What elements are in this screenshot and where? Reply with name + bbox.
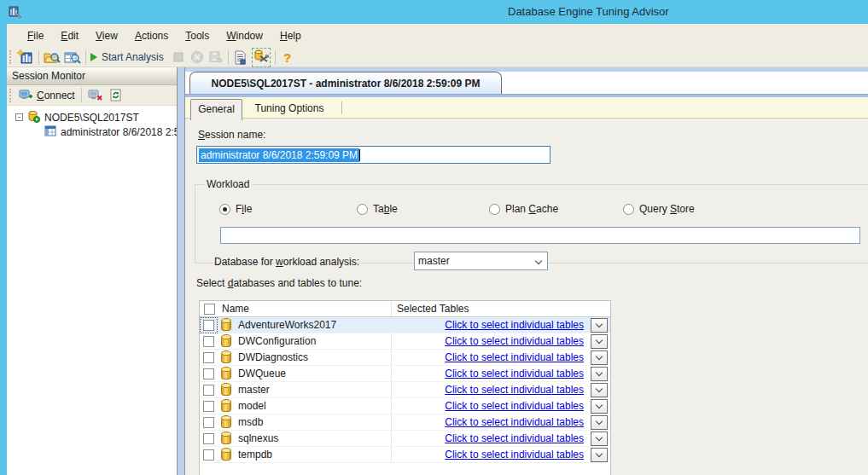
menu-view[interactable]: View bbox=[87, 26, 126, 45]
radio-table[interactable]: Table bbox=[357, 203, 398, 215]
select-tables-link[interactable]: Click to select individual tables bbox=[445, 416, 584, 428]
refresh-button[interactable] bbox=[106, 87, 125, 103]
chevron-down-icon bbox=[596, 385, 603, 392]
row-checkbox[interactable] bbox=[203, 368, 214, 379]
window-title: Database Engine Tuning Advisor bbox=[508, 5, 669, 18]
workload-groupbox: Workload File Table Plan Cache bbox=[195, 178, 868, 264]
toolbar-separator bbox=[275, 50, 276, 65]
row-checkbox[interactable] bbox=[203, 385, 214, 396]
tab-general[interactable]: General bbox=[190, 99, 242, 120]
menu-file[interactable]: File bbox=[19, 26, 52, 45]
title-bar[interactable]: Database Engine Tuning Advisor bbox=[0, 0, 868, 24]
menu-help[interactable]: Help bbox=[271, 26, 310, 45]
tree-node-server[interactable]: - NODE5\SQL2017ST bbox=[7, 110, 177, 125]
tuning-options-button[interactable] bbox=[250, 49, 272, 67]
table-row[interactable]: DWConfiguration Click to select individu… bbox=[200, 333, 610, 350]
cancel-icon bbox=[190, 50, 204, 64]
chevron-down-icon bbox=[596, 402, 603, 408]
new-session-button[interactable] bbox=[15, 49, 36, 67]
menu-actions[interactable]: Actions bbox=[126, 26, 177, 45]
server-name: NODE5\SQL2017ST bbox=[44, 112, 139, 124]
row-checkbox[interactable] bbox=[203, 352, 214, 363]
row-checkbox[interactable] bbox=[203, 401, 214, 412]
table-row[interactable]: AdventureWorks2017 Click to select indiv… bbox=[200, 317, 610, 333]
row-checkbox[interactable] bbox=[203, 417, 214, 428]
tab-tuning-options[interactable]: Tuning Options bbox=[242, 100, 336, 118]
row-checkbox[interactable] bbox=[203, 320, 214, 331]
tables-dropdown-button[interactable] bbox=[591, 399, 608, 414]
database-icon bbox=[221, 384, 231, 396]
menu-window[interactable]: Window bbox=[218, 26, 271, 45]
tab-page: General Tuning Options Session name: adm… bbox=[185, 97, 868, 475]
toolbar-grip[interactable] bbox=[9, 89, 12, 102]
open-workload-file-button[interactable] bbox=[42, 49, 62, 67]
select-all-checkbox[interactable] bbox=[204, 304, 215, 315]
export-session-button[interactable] bbox=[207, 49, 225, 67]
panel-splitter[interactable] bbox=[177, 67, 185, 475]
toolbar-grip[interactable] bbox=[9, 50, 12, 64]
select-tables-link[interactable]: Click to select individual tables bbox=[445, 449, 584, 461]
select-tables-link[interactable]: Click to select individual tables bbox=[445, 319, 584, 331]
disconnect-button[interactable] bbox=[84, 88, 106, 103]
open-workload-table-button[interactable] bbox=[62, 49, 83, 67]
tables-dropdown-button[interactable] bbox=[591, 367, 608, 381]
menu-edit[interactable]: Edit bbox=[52, 26, 87, 45]
db-analysis-combo[interactable]: master bbox=[414, 252, 548, 270]
help-button[interactable]: ? bbox=[278, 49, 297, 67]
tables-dropdown-button[interactable] bbox=[591, 415, 608, 430]
disconnect-icon bbox=[88, 90, 102, 101]
table-row[interactable]: msdb Click to select individual tables bbox=[200, 414, 610, 431]
tables-dropdown-button[interactable] bbox=[591, 350, 608, 365]
radio-plan-cache[interactable]: Plan Cache bbox=[489, 203, 558, 215]
table-row[interactable]: master Click to select individual tables bbox=[200, 382, 610, 398]
selected-text: administrator 8/6/2018 2:59:09 PM bbox=[199, 148, 359, 162]
tables-dropdown-button[interactable] bbox=[591, 318, 608, 333]
tables-dropdown-button[interactable] bbox=[591, 432, 608, 446]
toolbar-separator bbox=[81, 88, 82, 102]
select-databases-label: Select databases and tables to tune: bbox=[196, 277, 362, 289]
cancel-button[interactable] bbox=[188, 49, 207, 67]
row-checkbox[interactable] bbox=[203, 336, 214, 347]
select-tables-link[interactable]: Click to select individual tables bbox=[445, 351, 584, 363]
toolbar-separator bbox=[228, 50, 229, 65]
select-tables-link[interactable]: Click to select individual tables bbox=[445, 335, 584, 347]
inner-tab-strip: General Tuning Options bbox=[185, 97, 868, 119]
session-document-tab[interactable]: NODE5\SQL2017ST - administrator 8/6/2018… bbox=[189, 72, 502, 94]
tables-dropdown-button[interactable] bbox=[591, 334, 608, 349]
table-row[interactable]: model Click to select individual tables bbox=[200, 398, 610, 414]
table-row[interactable]: sqlnexus Click to select individual tabl… bbox=[200, 431, 610, 447]
chevron-down-icon bbox=[596, 321, 603, 327]
tables-dropdown-button[interactable] bbox=[591, 448, 608, 462]
tables-dropdown-button[interactable] bbox=[591, 383, 608, 397]
start-analysis-button[interactable]: Start Analysis bbox=[89, 49, 169, 67]
radio-query-store[interactable]: Query Store bbox=[623, 203, 695, 215]
text-caret bbox=[359, 149, 360, 161]
table-row[interactable]: tempdb Click to select individual tables bbox=[200, 447, 610, 463]
tree-node-session[interactable]: administrator 8/6/2018 2:59: bbox=[7, 125, 177, 139]
select-tables-link[interactable]: Click to select individual tables bbox=[445, 384, 584, 396]
toolbar-separator bbox=[85, 50, 86, 65]
workload-file-input[interactable] bbox=[220, 227, 860, 244]
server-database-icon bbox=[27, 110, 40, 125]
report-button[interactable] bbox=[231, 49, 250, 67]
session-name-input[interactable]: administrator 8/6/2018 2:59:09 PM bbox=[196, 146, 551, 164]
row-checkbox[interactable] bbox=[203, 433, 214, 444]
select-tables-link[interactable]: Click to select individual tables bbox=[445, 400, 584, 412]
general-tab-content: Session name: administrator 8/6/2018 2:5… bbox=[185, 119, 868, 475]
connect-button[interactable]: Connect bbox=[15, 88, 79, 103]
stop-analysis-button[interactable] bbox=[169, 49, 188, 67]
table-row[interactable]: DWDiagnostics Click to select individual… bbox=[200, 350, 610, 366]
menu-tools[interactable]: Tools bbox=[177, 26, 218, 45]
table-row[interactable]: DWQueue Click to select individual table… bbox=[200, 366, 610, 382]
select-tables-link[interactable]: Click to select individual tables bbox=[445, 432, 584, 444]
radio-file[interactable]: File bbox=[219, 203, 252, 215]
new-session-icon bbox=[17, 49, 34, 65]
row-checkbox[interactable] bbox=[203, 449, 214, 461]
tuning-options-icon bbox=[253, 49, 269, 63]
collapse-toggle[interactable]: - bbox=[15, 113, 23, 121]
stop-icon bbox=[173, 52, 184, 62]
session-grid-icon bbox=[44, 125, 56, 139]
chevron-down-icon bbox=[596, 418, 603, 425]
database-icon bbox=[221, 400, 231, 412]
select-tables-link[interactable]: Click to select individual tables bbox=[445, 368, 584, 379]
